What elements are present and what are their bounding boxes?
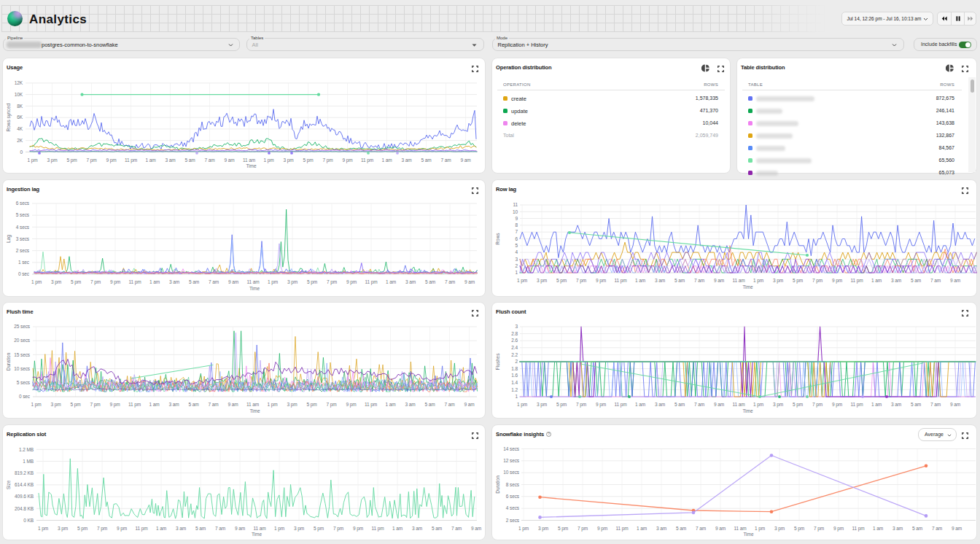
svg-text:10K: 10K: [15, 92, 23, 97]
svg-text:11 pm: 11 pm: [371, 525, 384, 531]
svg-text:5 am: 5 am: [425, 279, 435, 284]
svg-text:0 sec: 0 sec: [19, 394, 31, 399]
svg-text:0: 0: [20, 149, 23, 155]
svg-text:9 pm: 9 pm: [110, 279, 120, 285]
svg-text:7 am: 7 am: [451, 525, 462, 530]
svg-text:Duration: Duration: [495, 475, 500, 493]
svg-text:7 pm: 7 pm: [814, 525, 824, 531]
svg-text:5 am: 5 am: [912, 525, 922, 530]
svg-text:9 pm: 9 pm: [109, 402, 120, 408]
svg-text:15 secs: 15 secs: [14, 351, 31, 357]
svg-text:11 am: 11 am: [734, 525, 746, 530]
svg-text:11 pm: 11 pm: [614, 278, 626, 284]
svg-text:9 pm: 9 pm: [346, 279, 357, 285]
svg-text:614.4 KB: 614.4 KB: [15, 482, 34, 487]
svg-text:6K: 6K: [17, 114, 23, 120]
svg-text:409.6 KB: 409.6 KB: [15, 494, 34, 499]
svg-text:1 am: 1 am: [871, 402, 882, 407]
svg-text:5 pm: 5 pm: [66, 158, 77, 163]
svg-text:1.2 MB: 1.2 MB: [19, 446, 34, 451]
svg-text:9 pm: 9 pm: [106, 158, 116, 163]
svg-text:1 MB: 1 MB: [23, 458, 34, 463]
svg-text:9 am: 9 am: [471, 525, 481, 530]
svg-text:9 am: 9 am: [950, 278, 960, 283]
svg-text:7 am: 7 am: [696, 525, 706, 530]
svg-text:Time: Time: [742, 284, 753, 290]
svg-text:12K: 12K: [15, 80, 23, 85]
svg-text:1 am: 1 am: [635, 278, 645, 283]
svg-text:3 pm: 3 pm: [287, 279, 298, 285]
svg-text:2 secs: 2 secs: [506, 517, 520, 522]
svg-text:1 am: 1 am: [156, 525, 166, 530]
svg-text:3 pm: 3 pm: [774, 525, 785, 531]
svg-text:1 am: 1 am: [871, 278, 882, 283]
svg-text:11 pm: 11 pm: [365, 402, 377, 408]
svg-text:9 pm: 9 pm: [832, 402, 842, 408]
svg-text:3 am: 3 am: [892, 525, 903, 530]
svg-text:7 pm: 7 pm: [90, 279, 101, 285]
svg-text:11 pm: 11 pm: [125, 158, 137, 163]
svg-text:7 am: 7 am: [694, 402, 704, 407]
svg-text:8K: 8K: [17, 104, 23, 109]
svg-text:7 am: 7 am: [209, 279, 219, 284]
svg-text:3 am: 3 am: [169, 279, 179, 284]
svg-text:12 secs: 12 secs: [503, 458, 520, 463]
svg-text:11 pm: 11 pm: [361, 158, 373, 163]
svg-text:9 am: 9 am: [714, 402, 724, 407]
svg-text:3 am: 3 am: [176, 525, 186, 530]
svg-text:3: 3: [515, 324, 518, 329]
svg-text:9 am: 9 am: [950, 402, 960, 407]
svg-text:11 pm: 11 pm: [614, 402, 626, 408]
svg-text:9 pm: 9 pm: [117, 525, 127, 531]
svg-text:Rows: Rows: [495, 233, 500, 245]
svg-text:Duration: Duration: [6, 352, 11, 370]
svg-text:3: 3: [515, 257, 518, 262]
svg-text:11 am: 11 am: [246, 402, 259, 407]
svg-text:1.6: 1.6: [511, 373, 518, 378]
svg-text:3 pm: 3 pm: [51, 279, 61, 285]
svg-text:1 pm: 1 pm: [518, 525, 529, 531]
svg-text:2 secs: 2 secs: [16, 248, 30, 253]
svg-text:3 pm: 3 pm: [773, 402, 783, 408]
svg-text:3 am: 3 am: [405, 402, 415, 407]
svg-text:3 pm: 3 pm: [283, 158, 293, 163]
svg-text:Time: Time: [249, 286, 260, 291]
svg-text:1 pm: 1 pm: [27, 158, 37, 163]
svg-text:3 pm: 3 pm: [47, 158, 57, 163]
svg-text:4: 4: [515, 249, 518, 254]
svg-text:1 sec: 1 sec: [18, 260, 30, 265]
svg-text:8 secs: 8 secs: [506, 481, 520, 486]
svg-text:10 secs: 10 secs: [503, 470, 520, 475]
svg-text:20 secs: 20 secs: [14, 338, 31, 343]
svg-text:9 am: 9 am: [464, 279, 475, 284]
svg-text:5 am: 5 am: [424, 402, 435, 407]
svg-text:9 pm: 9 pm: [346, 402, 356, 408]
svg-text:9 am: 9 am: [952, 525, 962, 530]
svg-text:1 am: 1 am: [149, 279, 160, 284]
svg-text:1: 1: [515, 394, 518, 399]
svg-text:7 am: 7 am: [215, 525, 225, 530]
svg-text:7 pm: 7 pm: [86, 158, 96, 163]
svg-text:6: 6: [515, 236, 518, 241]
svg-text:7 am: 7 am: [930, 402, 941, 407]
svg-text:4 secs: 4 secs: [16, 225, 30, 230]
svg-text:9 pm: 9 pm: [832, 278, 842, 284]
svg-text:3 pm: 3 pm: [538, 525, 548, 531]
svg-text:1 pm: 1 pm: [263, 158, 273, 163]
svg-text:3 pm: 3 pm: [294, 525, 304, 531]
svg-text:7 am: 7 am: [694, 278, 704, 283]
svg-text:9 pm: 9 pm: [342, 158, 352, 163]
svg-text:Time: Time: [246, 163, 257, 168]
svg-text:1 pm: 1 pm: [38, 525, 48, 531]
svg-text:5 am: 5 am: [184, 158, 195, 163]
svg-text:3 pm: 3 pm: [287, 402, 297, 408]
svg-text:14 secs: 14 secs: [503, 446, 520, 451]
svg-text:7: 7: [515, 229, 518, 234]
svg-text:3 am: 3 am: [655, 278, 665, 283]
svg-text:5 pm: 5 pm: [793, 402, 803, 408]
svg-text:10: 10: [513, 209, 518, 214]
svg-text:Time: Time: [742, 408, 753, 413]
svg-text:1.8: 1.8: [511, 365, 518, 370]
svg-text:Lag: Lag: [6, 235, 12, 243]
svg-text:1 pm: 1 pm: [268, 279, 278, 285]
